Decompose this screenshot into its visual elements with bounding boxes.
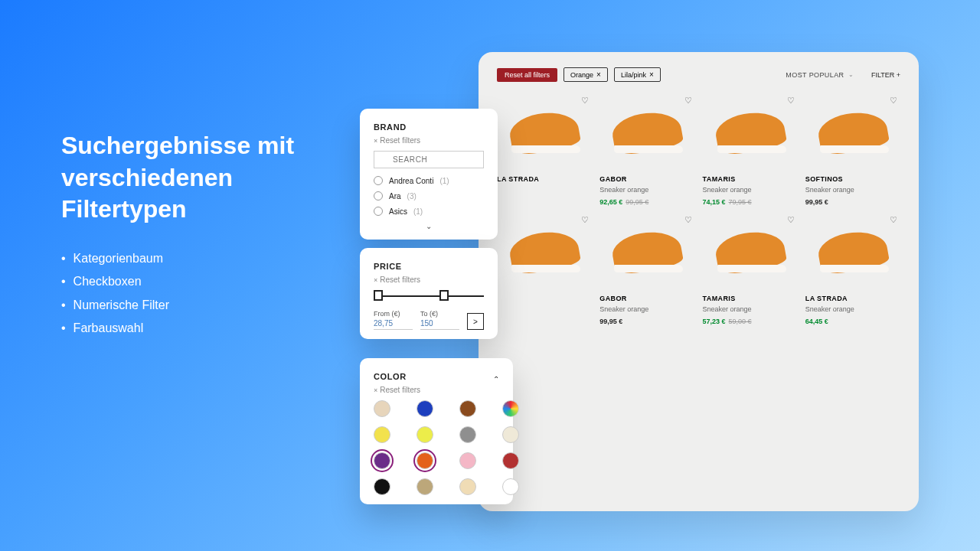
price-to-input[interactable]: 150 (420, 318, 459, 330)
product-card[interactable]: ♡ TAMARIS Sneaker orange 74,15 €79,95 € (703, 94, 798, 206)
price-apply-button[interactable]: > (467, 313, 484, 330)
product-name: Sneaker orange (805, 305, 900, 313)
color-swatch[interactable] (502, 452, 519, 469)
color-swatch[interactable] (416, 478, 433, 495)
product-image (805, 214, 900, 290)
chip-label: Orange (570, 71, 593, 79)
color-swatch[interactable] (502, 426, 519, 443)
chevron-down-icon[interactable]: ⌄ (374, 222, 484, 230)
product-card[interactable]: ♡ SOFTINOS Sneaker orange 99,95 € (805, 94, 900, 206)
radio-icon (374, 207, 383, 216)
color-swatch[interactable] (374, 452, 390, 469)
heart-icon[interactable]: ♡ (787, 215, 795, 225)
product-brand: SOFTINOS (805, 175, 900, 183)
product-image (805, 94, 900, 171)
price-slider[interactable] (374, 290, 484, 302)
product-brand: TAMARIS (703, 175, 798, 183)
color-swatch[interactable] (374, 426, 390, 443)
product-name: Sneaker orange (599, 186, 694, 194)
product-grid: ♡ LA STRADA ♡ GABOR Sneaker orange 92,65… (497, 94, 900, 325)
price-from-input[interactable]: 28,75 (374, 318, 413, 330)
color-swatch[interactable] (416, 452, 433, 469)
product-name: Sneaker orange (703, 305, 798, 313)
close-icon[interactable]: × (649, 70, 654, 79)
slider-track (374, 295, 484, 297)
color-swatch[interactable] (502, 478, 519, 495)
chevron-up-icon[interactable]: ⌃ (493, 375, 499, 383)
product-price: 99,95 € (599, 318, 694, 325)
product-card[interactable]: ♡ (497, 214, 592, 325)
close-icon: × (374, 276, 377, 284)
sort-label: MOST POPULAR (786, 71, 844, 79)
price-from-label: From (€) (374, 310, 400, 318)
color-swatch[interactable] (459, 452, 476, 469)
slider-handle-max[interactable] (439, 290, 449, 301)
close-icon[interactable]: × (596, 70, 601, 79)
price-reset[interactable]: ×Reset filters (374, 276, 484, 284)
product-name: Sneaker orange (805, 186, 900, 194)
slider-handle-min[interactable] (374, 290, 383, 301)
close-icon: × (374, 137, 377, 145)
hero-title: Suchergebnisse mit verschiedenen Filtert… (61, 130, 337, 226)
brand-option[interactable]: Andrea Conti (1) (374, 176, 484, 185)
color-swatch[interactable] (416, 426, 433, 443)
hero-bullet: Kategorienbaum (61, 247, 337, 270)
product-brand: GABOR (599, 175, 694, 183)
color-reset[interactable]: ×Reset filters (374, 386, 499, 394)
heart-icon[interactable]: ♡ (684, 96, 692, 106)
brand-option[interactable]: Ara (3) (374, 191, 484, 201)
brand-reset[interactable]: ×Reset filters (374, 136, 484, 145)
brand-title: BRAND (374, 122, 484, 132)
product-brand: GABOR (599, 295, 694, 302)
color-swatch[interactable] (374, 400, 390, 417)
chip-label: Lila/pink (621, 71, 646, 79)
product-image (703, 214, 798, 290)
heart-icon[interactable]: ♡ (890, 96, 897, 106)
product-card[interactable]: ♡ LA STRADA Sneaker orange 64,45 € (805, 214, 900, 325)
product-image (497, 94, 592, 171)
chevron-down-icon: ⌄ (848, 71, 854, 78)
hero-bullet: Farbauswahl (61, 317, 337, 340)
radio-icon (374, 176, 383, 185)
price-inputs: From (€) 28,75 To (€) 150 > (374, 308, 484, 330)
heart-icon[interactable]: ♡ (890, 215, 897, 225)
filter-chip[interactable]: Lila/pink× (614, 67, 661, 82)
sort-dropdown[interactable]: MOST POPULAR⌄ (786, 71, 854, 79)
product-card[interactable]: ♡ LA STRADA (497, 94, 592, 206)
heart-icon[interactable]: ♡ (787, 96, 795, 106)
color-swatch[interactable] (459, 426, 476, 443)
product-name: Sneaker orange (703, 186, 798, 194)
color-swatch-grid (374, 400, 499, 495)
hero-bullet: Numerische Filter (61, 294, 337, 317)
reset-all-filters-button[interactable]: Reset all filters (497, 68, 557, 82)
brand-option[interactable]: Asics (1) (374, 207, 484, 216)
price-title: PRICE (374, 262, 484, 271)
filter-chip[interactable]: Orange× (564, 67, 608, 82)
brand-filter-card: BRAND ×Reset filters 🔍 Andrea Conti (1) … (360, 109, 498, 240)
heart-icon[interactable]: ♡ (684, 215, 692, 225)
color-swatch[interactable] (502, 400, 519, 417)
product-brand: LA STRADA (805, 295, 900, 302)
brand-search-wrap: 🔍 (374, 151, 484, 168)
results-toolbar: Reset all filters Orange× Lila/pink× MOS… (497, 67, 900, 82)
product-price: 92,65 €99,95 € (599, 198, 694, 206)
product-image (599, 94, 694, 171)
heart-icon[interactable]: ♡ (581, 96, 589, 106)
color-swatch[interactable] (459, 478, 476, 495)
product-image (703, 94, 798, 171)
product-card[interactable]: ♡ TAMARIS Sneaker orange 57,23 €59,00 € (703, 214, 798, 325)
color-swatch[interactable] (459, 400, 476, 417)
product-brand: TAMARIS (703, 295, 798, 302)
brand-search-input[interactable] (374, 151, 484, 168)
color-swatch[interactable] (416, 400, 433, 417)
product-card[interactable]: ♡ GABOR Sneaker orange 92,65 €99,95 € (599, 94, 694, 206)
open-filters-button[interactable]: FILTER + (871, 71, 900, 79)
product-price: 99,95 € (805, 198, 900, 206)
color-swatch[interactable] (374, 478, 390, 495)
hero-bullets: Kategorienbaum Checkboxen Numerische Fil… (61, 247, 337, 341)
heart-icon[interactable]: ♡ (581, 215, 589, 225)
product-price: 64,45 € (805, 318, 900, 325)
product-name: Sneaker orange (599, 305, 694, 313)
product-image (497, 214, 592, 290)
product-card[interactable]: ♡ GABOR Sneaker orange 99,95 € (599, 214, 694, 325)
